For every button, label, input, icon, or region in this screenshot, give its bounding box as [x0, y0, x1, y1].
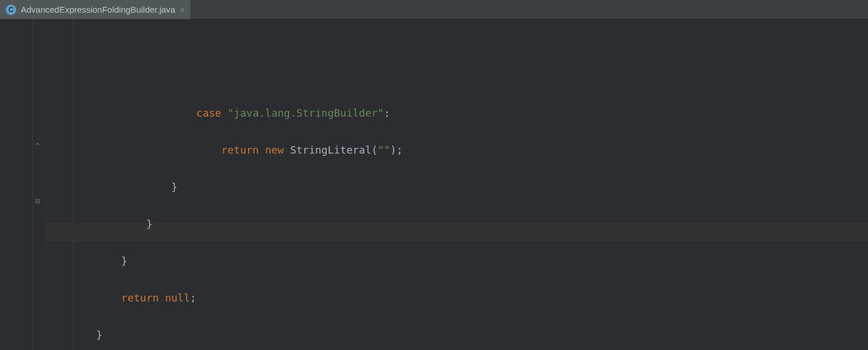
- code-line: }: [46, 252, 868, 270]
- code-line: }: [46, 326, 868, 344]
- code-line: return new StringLiteral("");: [46, 141, 868, 159]
- fold-collapse-icon[interactable]: ⊟: [33, 197, 42, 205]
- editor-tab-active[interactable]: C AdvancedExpressionFoldingBuilder.java …: [0, 0, 190, 19]
- class-file-icon: C: [6, 5, 16, 15]
- editor-area: ⌃ ⊟ case "java.lang.StringBuilder": retu…: [0, 20, 868, 350]
- code-line: }: [46, 215, 868, 233]
- tab-bar: C AdvancedExpressionFoldingBuilder.java …: [0, 0, 868, 20]
- code-line: case "java.lang.StringBuilder":: [46, 104, 868, 122]
- fold-end-icon[interactable]: ⌃: [33, 142, 42, 150]
- code-area[interactable]: case "java.lang.StringBuilder": return n…: [46, 20, 868, 350]
- tab-bar-empty: [190, 0, 868, 19]
- gutter[interactable]: ⌃ ⊟: [0, 20, 46, 350]
- close-icon[interactable]: ×: [180, 5, 185, 14]
- tab-filename: AdvancedExpressionFoldingBuilder.java: [21, 5, 175, 14]
- code-line: return null;: [46, 289, 868, 307]
- code-line: }: [46, 178, 868, 196]
